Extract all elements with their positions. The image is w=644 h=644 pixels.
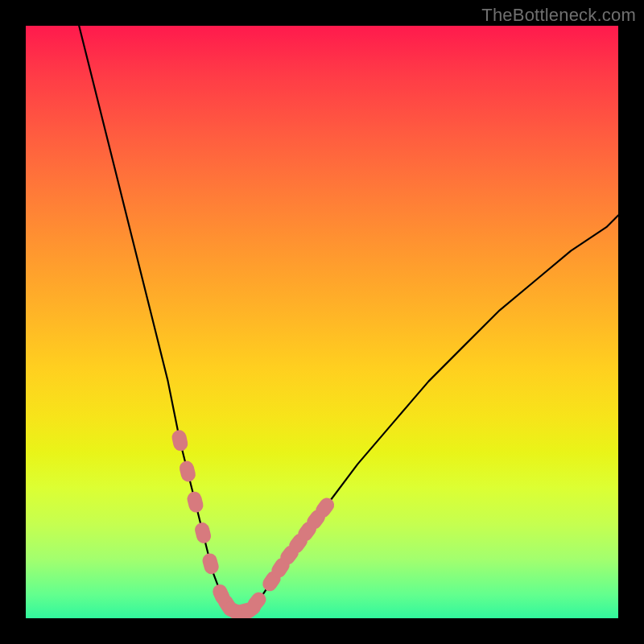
marker-pill bbox=[193, 521, 213, 545]
marker-pill bbox=[178, 460, 197, 484]
outer-frame: TheBottleneck.com bbox=[0, 0, 644, 644]
watermark-text: TheBottleneck.com bbox=[481, 5, 636, 26]
plot-area bbox=[26, 26, 618, 618]
chart-overlay bbox=[26, 26, 618, 618]
marker-group bbox=[171, 429, 337, 618]
bottleneck-curve bbox=[79, 26, 618, 613]
marker-pill bbox=[186, 490, 205, 514]
marker-pill bbox=[171, 429, 189, 452]
marker-pill bbox=[200, 551, 220, 576]
